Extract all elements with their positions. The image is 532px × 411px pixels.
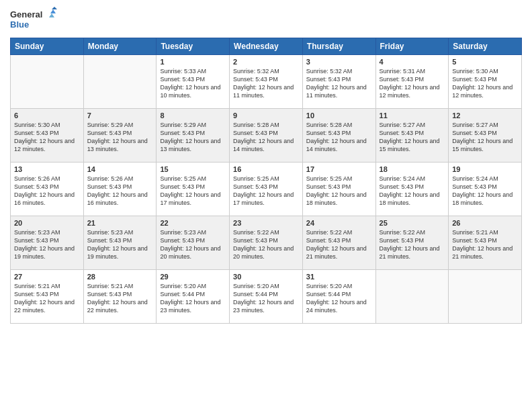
day-number: 17 xyxy=(306,165,372,173)
day-info: Sunrise: 5:32 AMSunset: 5:43 PMDaylight:… xyxy=(233,67,299,100)
day-number: 16 xyxy=(233,165,299,173)
calendar-day-cell: 30Sunrise: 5:20 AMSunset: 5:44 PMDayligh… xyxy=(230,270,303,324)
day-number: 27 xyxy=(14,273,80,281)
calendar-week-row: 6Sunrise: 5:30 AMSunset: 5:43 PMDaylight… xyxy=(11,109,522,163)
day-number: 2 xyxy=(233,58,299,66)
day-info: Sunrise: 5:31 AMSunset: 5:43 PMDaylight:… xyxy=(380,67,445,100)
calendar-day-cell: 11Sunrise: 5:27 AMSunset: 5:43 PMDayligh… xyxy=(375,109,449,163)
page-header: General Blue xyxy=(10,7,522,32)
day-number: 30 xyxy=(233,273,299,281)
day-of-week-header: Sunday xyxy=(11,38,84,55)
day-number: 21 xyxy=(87,219,153,227)
calendar-day-cell: 16Sunrise: 5:25 AMSunset: 5:43 PMDayligh… xyxy=(230,163,303,216)
calendar-header-row: SundayMondayTuesdayWednesdayThursdayFrid… xyxy=(11,38,522,55)
calendar-day-cell: 23Sunrise: 5:22 AMSunset: 5:43 PMDayligh… xyxy=(230,216,303,270)
day-info: Sunrise: 5:20 AMSunset: 5:44 PMDaylight:… xyxy=(233,282,299,315)
calendar-day-cell: 5Sunrise: 5:30 AMSunset: 5:43 PMDaylight… xyxy=(449,55,522,109)
calendar-day-cell: 3Sunrise: 5:32 AMSunset: 5:43 PMDaylight… xyxy=(302,55,375,109)
day-number: 15 xyxy=(160,165,226,173)
calendar-day-cell: 19Sunrise: 5:24 AMSunset: 5:43 PMDayligh… xyxy=(449,163,522,216)
logo-svg: General Blue xyxy=(10,7,57,32)
calendar-day-cell: 26Sunrise: 5:21 AMSunset: 5:43 PMDayligh… xyxy=(449,216,522,270)
day-info: Sunrise: 5:28 AMSunset: 5:43 PMDaylight:… xyxy=(233,121,299,154)
day-info: Sunrise: 5:32 AMSunset: 5:43 PMDaylight:… xyxy=(306,67,372,100)
day-info: Sunrise: 5:23 AMSunset: 5:43 PMDaylight:… xyxy=(160,228,226,261)
calendar-day-cell xyxy=(83,55,157,109)
calendar-day-cell: 8Sunrise: 5:29 AMSunset: 5:43 PMDaylight… xyxy=(157,109,230,163)
calendar-week-row: 27Sunrise: 5:21 AMSunset: 5:43 PMDayligh… xyxy=(11,270,522,324)
day-info: Sunrise: 5:23 AMSunset: 5:43 PMDaylight:… xyxy=(87,228,153,261)
day-number: 5 xyxy=(452,58,518,66)
day-number: 3 xyxy=(306,58,372,66)
svg-marker-2 xyxy=(52,7,57,9)
day-info: Sunrise: 5:22 AMSunset: 5:43 PMDaylight:… xyxy=(380,228,445,261)
calendar-day-cell xyxy=(375,270,449,324)
svg-marker-4 xyxy=(49,13,54,17)
day-number: 14 xyxy=(87,165,153,173)
day-number: 6 xyxy=(14,111,80,120)
day-number: 26 xyxy=(452,219,518,227)
svg-text:Blue: Blue xyxy=(10,19,29,30)
day-of-week-header: Saturday xyxy=(449,38,522,55)
day-number: 18 xyxy=(380,165,445,173)
calendar-day-cell: 7Sunrise: 5:29 AMSunset: 5:43 PMDaylight… xyxy=(83,109,157,163)
calendar-day-cell: 6Sunrise: 5:30 AMSunset: 5:43 PMDaylight… xyxy=(11,109,84,163)
day-of-week-header: Thursday xyxy=(302,38,375,55)
calendar-week-row: 20Sunrise: 5:23 AMSunset: 5:43 PMDayligh… xyxy=(11,216,522,270)
calendar-day-cell: 15Sunrise: 5:25 AMSunset: 5:43 PMDayligh… xyxy=(157,163,230,216)
calendar-day-cell: 2Sunrise: 5:32 AMSunset: 5:43 PMDaylight… xyxy=(230,55,303,109)
day-number: 11 xyxy=(380,111,445,120)
calendar-day-cell: 28Sunrise: 5:21 AMSunset: 5:43 PMDayligh… xyxy=(83,270,157,324)
day-number: 12 xyxy=(452,111,518,120)
calendar-day-cell: 4Sunrise: 5:31 AMSunset: 5:43 PMDaylight… xyxy=(375,55,449,109)
day-info: Sunrise: 5:25 AMSunset: 5:43 PMDaylight:… xyxy=(160,175,226,208)
calendar-week-row: 1Sunrise: 5:33 AMSunset: 5:43 PMDaylight… xyxy=(11,55,522,109)
day-info: Sunrise: 5:25 AMSunset: 5:43 PMDaylight:… xyxy=(233,175,299,208)
calendar-day-cell: 25Sunrise: 5:22 AMSunset: 5:43 PMDayligh… xyxy=(375,216,449,270)
day-info: Sunrise: 5:26 AMSunset: 5:43 PMDaylight:… xyxy=(87,175,153,208)
svg-marker-3 xyxy=(50,9,56,13)
day-info: Sunrise: 5:22 AMSunset: 5:43 PMDaylight:… xyxy=(306,228,372,261)
day-number: 9 xyxy=(233,111,299,120)
day-info: Sunrise: 5:21 AMSunset: 5:43 PMDaylight:… xyxy=(452,228,518,261)
day-of-week-header: Wednesday xyxy=(230,38,303,55)
calendar-day-cell: 21Sunrise: 5:23 AMSunset: 5:43 PMDayligh… xyxy=(83,216,157,270)
calendar-table: SundayMondayTuesdayWednesdayThursdayFrid… xyxy=(10,38,522,324)
svg-text:General: General xyxy=(10,9,42,19)
day-number: 4 xyxy=(380,58,445,66)
calendar-day-cell: 14Sunrise: 5:26 AMSunset: 5:43 PMDayligh… xyxy=(83,163,157,216)
calendar-day-cell xyxy=(11,55,84,109)
day-number: 8 xyxy=(160,111,226,120)
day-number: 1 xyxy=(160,58,226,66)
calendar-day-cell xyxy=(449,270,522,324)
day-info: Sunrise: 5:21 AMSunset: 5:43 PMDaylight:… xyxy=(87,282,153,315)
calendar-day-cell: 31Sunrise: 5:20 AMSunset: 5:44 PMDayligh… xyxy=(302,270,375,324)
calendar-week-row: 13Sunrise: 5:26 AMSunset: 5:43 PMDayligh… xyxy=(11,163,522,216)
day-info: Sunrise: 5:29 AMSunset: 5:43 PMDaylight:… xyxy=(160,121,226,154)
day-info: Sunrise: 5:20 AMSunset: 5:44 PMDaylight:… xyxy=(306,282,372,315)
calendar-day-cell: 22Sunrise: 5:23 AMSunset: 5:43 PMDayligh… xyxy=(157,216,230,270)
calendar-day-cell: 1Sunrise: 5:33 AMSunset: 5:43 PMDaylight… xyxy=(157,55,230,109)
day-of-week-header: Friday xyxy=(375,38,449,55)
day-info: Sunrise: 5:25 AMSunset: 5:43 PMDaylight:… xyxy=(306,175,372,208)
calendar-day-cell: 27Sunrise: 5:21 AMSunset: 5:43 PMDayligh… xyxy=(11,270,84,324)
calendar-day-cell: 12Sunrise: 5:27 AMSunset: 5:43 PMDayligh… xyxy=(449,109,522,163)
day-number: 24 xyxy=(306,219,372,227)
day-info: Sunrise: 5:28 AMSunset: 5:43 PMDaylight:… xyxy=(306,121,372,154)
day-number: 29 xyxy=(160,273,226,281)
day-number: 10 xyxy=(306,111,372,120)
day-info: Sunrise: 5:30 AMSunset: 5:43 PMDaylight:… xyxy=(452,67,518,100)
day-info: Sunrise: 5:33 AMSunset: 5:43 PMDaylight:… xyxy=(160,67,226,100)
calendar-day-cell: 10Sunrise: 5:28 AMSunset: 5:43 PMDayligh… xyxy=(302,109,375,163)
day-number: 31 xyxy=(306,273,372,281)
day-info: Sunrise: 5:27 AMSunset: 5:43 PMDaylight:… xyxy=(452,121,518,154)
day-info: Sunrise: 5:23 AMSunset: 5:43 PMDaylight:… xyxy=(14,228,80,261)
day-number: 25 xyxy=(380,219,445,227)
day-number: 20 xyxy=(14,219,80,227)
day-number: 13 xyxy=(14,165,80,173)
day-info: Sunrise: 5:21 AMSunset: 5:43 PMDaylight:… xyxy=(14,282,80,315)
day-info: Sunrise: 5:24 AMSunset: 5:43 PMDaylight:… xyxy=(380,175,445,208)
day-info: Sunrise: 5:22 AMSunset: 5:43 PMDaylight:… xyxy=(233,228,299,261)
logo: General Blue xyxy=(10,7,57,32)
day-info: Sunrise: 5:27 AMSunset: 5:43 PMDaylight:… xyxy=(380,121,445,154)
